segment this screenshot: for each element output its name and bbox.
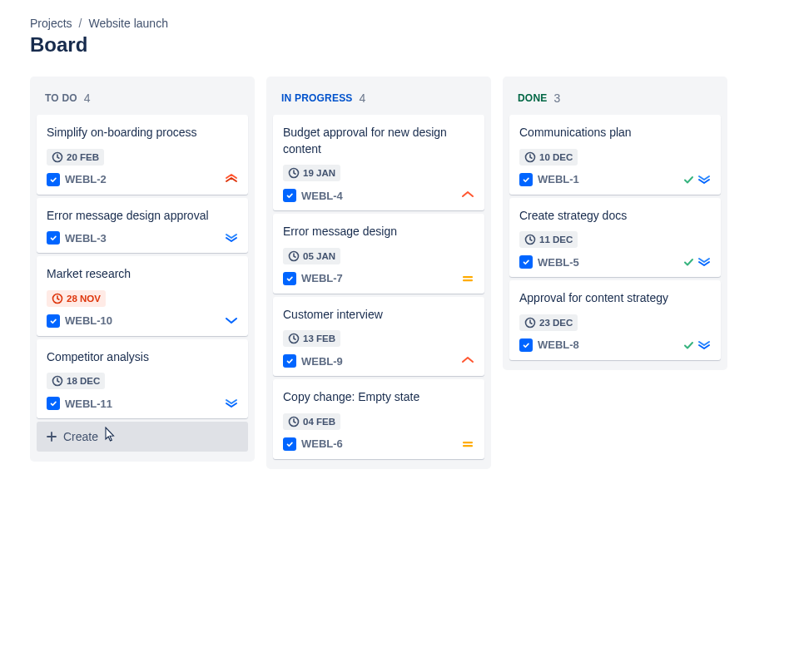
due-date-text: 13 FEB	[303, 334, 335, 343]
pointer-cursor-icon	[102, 427, 117, 443]
card-title: Error message design	[283, 224, 474, 240]
breadcrumb-separator: /	[79, 17, 82, 30]
task-type-icon	[283, 354, 296, 368]
card-footer-right	[225, 314, 238, 328]
column-header: DONE3	[509, 83, 721, 115]
issue-key: WEBL-7	[301, 272, 343, 284]
due-date-badge: 19 JAN	[283, 165, 340, 181]
card-title: Error message design approval	[47, 208, 238, 225]
done-check-icon	[683, 257, 694, 267]
done-check-icon	[683, 175, 694, 185]
column-header: IN PROGRESS4	[273, 83, 484, 115]
card[interactable]: Approval for content strategy23 DECWEBL-…	[509, 280, 721, 360]
card-footer: WEBL-4	[283, 189, 474, 202]
board: TO DO4Simplify on-boarding process20 FEB…	[30, 77, 764, 469]
card-footer-left: WEBL-11	[47, 397, 112, 410]
task-type-icon	[47, 397, 60, 410]
card-title: Budget approval for new design content	[283, 125, 474, 157]
svg-rect-3	[463, 445, 473, 447]
clock-icon	[524, 317, 536, 329]
card-title: Competitor analysis	[47, 349, 238, 366]
task-type-icon	[47, 231, 60, 245]
issue-key: WEBL-11	[65, 398, 112, 410]
clock-icon	[52, 151, 63, 163]
due-date-badge: 18 DEC	[47, 373, 105, 389]
priority-lowest-icon	[225, 231, 238, 245]
due-date-text: 05 JAN	[303, 251, 335, 261]
column-label: IN PROGRESS	[281, 92, 353, 104]
card-footer: WEBL-9	[283, 354, 474, 368]
card-footer-left: WEBL-9	[283, 354, 343, 368]
priority-medium-icon	[461, 272, 474, 285]
due-date-text: 19 JAN	[303, 168, 335, 178]
priority-low-icon	[225, 314, 238, 328]
card-footer-left: WEBL-3	[47, 231, 107, 245]
priority-high-icon	[461, 354, 474, 368]
card-footer: WEBL-2	[47, 173, 238, 186]
card-title: Approval for content strategy	[519, 290, 711, 307]
card-footer-right	[225, 397, 238, 410]
card-title: Market research	[47, 266, 238, 283]
card-title: Copy change: Empty state	[283, 389, 474, 406]
column-todo: TO DO4Simplify on-boarding process20 FEB…	[30, 77, 255, 462]
column-label: TO DO	[45, 92, 77, 104]
priority-medium-icon	[461, 437, 474, 451]
card[interactable]: Copy change: Empty state04 FEBWEBL-6	[273, 379, 484, 459]
create-card-button[interactable]: Create	[37, 422, 248, 452]
card[interactable]: Communications plan10 DECWEBL-1	[509, 115, 721, 195]
priority-lowest-icon	[697, 255, 711, 269]
plus-icon	[45, 430, 58, 443]
card-footer: WEBL-11	[47, 397, 238, 410]
issue-key: WEBL-4	[301, 190, 343, 202]
card[interactable]: Competitor analysis18 DECWEBL-11	[37, 339, 248, 419]
column-cards: Simplify on-boarding process20 FEBWEBL-2…	[37, 115, 248, 418]
done-check-icon	[683, 340, 694, 350]
card[interactable]: Budget approval for new design content19…	[273, 115, 484, 210]
create-button-label: Create	[63, 430, 98, 443]
page-title: Board	[30, 33, 764, 57]
due-date-badge: 05 JAN	[283, 248, 340, 264]
card[interactable]: Error message design05 JANWEBL-7	[273, 214, 484, 294]
card-title: Simplify on-boarding process	[47, 125, 238, 141]
task-type-icon	[283, 437, 296, 451]
task-type-icon	[283, 272, 296, 285]
card-footer-left: WEBL-6	[283, 437, 343, 451]
clock-icon	[52, 375, 63, 387]
card-footer: WEBL-5	[519, 255, 711, 269]
priority-lowest-icon	[225, 397, 238, 410]
breadcrumb-current[interactable]: Website launch	[88, 17, 167, 30]
card-footer-right	[461, 354, 474, 368]
card[interactable]: Create strategy docs11 DECWEBL-5	[509, 198, 721, 278]
card[interactable]: Simplify on-boarding process20 FEBWEBL-2	[37, 115, 248, 195]
card-footer-right	[461, 189, 474, 202]
clock-icon	[288, 333, 300, 344]
due-date-text: 10 DEC	[539, 152, 573, 162]
task-type-icon	[519, 338, 533, 352]
column-count: 3	[553, 91, 560, 105]
task-type-icon	[283, 189, 296, 202]
due-date-text: 11 DEC	[539, 235, 573, 245]
column-label: DONE	[518, 92, 547, 104]
column-cards: Budget approval for new design content19…	[273, 115, 484, 459]
due-date-text: 28 NOV	[67, 294, 101, 304]
column-cards: Communications plan10 DECWEBL-1Create st…	[509, 115, 721, 360]
due-date-text: 23 DEC	[539, 318, 573, 328]
breadcrumb-root[interactable]: Projects	[30, 17, 72, 30]
due-date-badge: 11 DEC	[519, 231, 578, 248]
card-footer-left: WEBL-5	[519, 255, 579, 269]
card-footer-left: WEBL-10	[47, 314, 112, 328]
card-footer-left: WEBL-4	[283, 189, 343, 202]
task-type-icon	[519, 255, 533, 269]
issue-key: WEBL-9	[301, 355, 343, 368]
card-title: Create strategy docs	[519, 208, 711, 225]
card[interactable]: Error message design approvalWEBL-3	[37, 198, 248, 254]
issue-key: WEBL-8	[538, 338, 579, 351]
task-type-icon	[47, 314, 60, 328]
clock-icon	[288, 250, 300, 262]
due-date-badge: 28 NOV	[47, 290, 106, 307]
card-footer-left: WEBL-8	[519, 338, 579, 352]
column-count: 4	[84, 91, 91, 105]
card[interactable]: Customer interview13 FEBWEBL-9	[273, 297, 484, 377]
card[interactable]: Market research28 NOVWEBL-10	[37, 256, 248, 336]
card-footer-right	[225, 231, 238, 245]
